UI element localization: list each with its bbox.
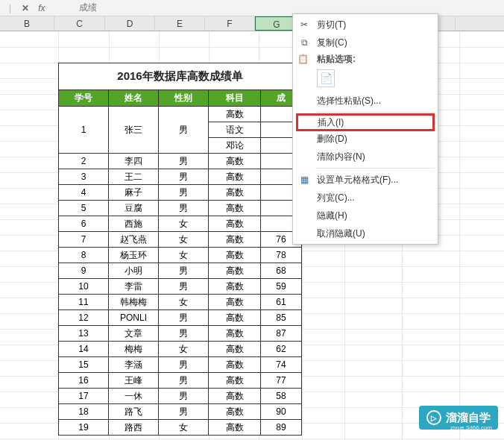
cell-xingbie[interactable]: 男 (159, 107, 209, 154)
cell-kemu[interactable]: 高数 (209, 389, 261, 404)
cell-xuehao[interactable]: 6 (59, 216, 109, 232)
cell-xingming[interactable]: 豆腐 (109, 201, 159, 216)
column-header-E[interactable]: E (155, 16, 205, 31)
cell-xingming[interactable]: 梅梅 (109, 342, 159, 357)
menu-cut[interactable]: ✂ 剪切(T) (293, 16, 438, 34)
cell-xingming[interactable]: 麻子 (109, 185, 159, 201)
cell-chengji[interactable]: 58 (261, 389, 302, 404)
column-header-D[interactable]: D (105, 16, 155, 31)
cell-kemu[interactable]: 高数 (209, 107, 261, 122)
cell-xingbie[interactable]: 男 (159, 326, 209, 342)
cancel-icon[interactable]: ✕ (22, 3, 29, 13)
menu-insert[interactable]: 插入(I) (296, 113, 435, 131)
cell-kemu[interactable]: 高数 (209, 404, 261, 420)
cell-kemu[interactable]: 高数 (209, 154, 261, 169)
cell-kemu[interactable]: 高数 (209, 357, 261, 373)
cell-xuehao[interactable]: 17 (59, 389, 109, 404)
cell-chengji[interactable]: 68 (261, 263, 302, 279)
cell-xingbie[interactable]: 男 (159, 357, 209, 373)
cell-chengji[interactable]: 77 (261, 373, 302, 389)
cell-xingbie[interactable]: 男 (159, 185, 209, 201)
cell-xingming[interactable]: 李涵 (109, 357, 159, 373)
cell-kemu[interactable]: 高数 (209, 248, 261, 263)
cell-kemu[interactable]: 高数 (209, 295, 261, 310)
cell-xingbie[interactable]: 男 (159, 154, 209, 169)
cell-kemu[interactable]: 高数 (209, 232, 261, 248)
cell-kemu[interactable]: 高数 (209, 420, 261, 436)
cell-xingbie[interactable]: 女 (159, 216, 209, 232)
cell-xingming[interactable]: PONLI (109, 310, 159, 326)
cell-chengji[interactable]: 74 (261, 357, 302, 373)
cell-kemu[interactable]: 高数 (209, 185, 261, 201)
cell-xingbie[interactable]: 男 (159, 373, 209, 389)
cell-xingming[interactable]: 小明 (109, 263, 159, 279)
menu-unhide[interactable]: 取消隐藏(U) (293, 224, 438, 242)
cell-chengji[interactable]: 90 (261, 404, 302, 420)
menu-clear-contents[interactable]: 清除内容(N) (293, 148, 438, 166)
cell-xingbie[interactable]: 女 (159, 420, 209, 436)
cell-chengji[interactable]: 85 (261, 310, 302, 326)
cell-chengji[interactable]: 62 (261, 342, 302, 357)
cell-kemu[interactable]: 高数 (209, 310, 261, 326)
cell-xingbie[interactable]: 男 (159, 169, 209, 185)
cell-xuehao[interactable]: 18 (59, 404, 109, 420)
cell-kemu[interactable]: 高数 (209, 326, 261, 342)
cell-xingming[interactable]: 王峰 (109, 373, 159, 389)
cell-xuehao[interactable]: 3 (59, 169, 109, 185)
cell-xuehao[interactable]: 2 (59, 154, 109, 169)
cell-xingbie[interactable]: 男 (159, 389, 209, 404)
cell-xuehao[interactable]: 16 (59, 373, 109, 389)
menu-copy[interactable]: ⧉ 复制(C) (293, 34, 438, 51)
cell-xuehao[interactable]: 10 (59, 279, 109, 295)
cell-xuehao[interactable]: 8 (59, 248, 109, 263)
cell-xingbie[interactable]: 男 (159, 279, 209, 295)
cell-xuehao[interactable]: 12 (59, 310, 109, 326)
cell-xuehao[interactable]: 4 (59, 185, 109, 201)
cell-kemu[interactable]: 高数 (209, 373, 261, 389)
cell-chengji[interactable]: 78 (261, 248, 302, 263)
cell-kemu[interactable]: 邓论 (209, 138, 261, 154)
cell-xingbie[interactable]: 女 (159, 295, 209, 310)
cell-kemu[interactable]: 高数 (209, 279, 261, 295)
menu-delete[interactable]: 删除(D) (293, 130, 438, 148)
cell-xingming[interactable]: 路飞 (109, 404, 159, 420)
cell-xingbie[interactable]: 女 (159, 232, 209, 248)
cell-xuehao[interactable]: 11 (59, 295, 109, 310)
cell-xingbie[interactable]: 男 (159, 404, 209, 420)
cell-xuehao[interactable]: 9 (59, 263, 109, 279)
cell-xingming[interactable]: 路西 (109, 420, 159, 436)
cell-xingming[interactable]: 杨玉环 (109, 248, 159, 263)
cell-kemu[interactable]: 高数 (209, 169, 261, 185)
cell-xingming[interactable]: 王二 (109, 169, 159, 185)
cell-xuehao[interactable]: 15 (59, 357, 109, 373)
cell-xingming[interactable]: 西施 (109, 216, 159, 232)
cell-xingbie[interactable]: 女 (159, 342, 209, 357)
cell-xingming[interactable]: 文章 (109, 326, 159, 342)
cell-kemu[interactable]: 语文 (209, 122, 261, 138)
cell-xingming[interactable]: 一休 (109, 389, 159, 404)
cell-chengji[interactable]: 61 (261, 295, 302, 310)
cell-xingbie[interactable]: 男 (159, 263, 209, 279)
cell-xingbie[interactable]: 男 (159, 310, 209, 326)
formula-value[interactable]: 成绩 (79, 1, 97, 14)
column-header-C[interactable]: C (54, 16, 105, 31)
cell-kemu[interactable]: 高数 (209, 201, 261, 216)
cell-xingming[interactable]: 李雷 (109, 279, 159, 295)
menu-column-width[interactable]: 列宽(C)... (293, 189, 438, 207)
column-header-B[interactable]: B (0, 16, 54, 31)
menu-format-cells[interactable]: ▦ 设置单元格格式(F)... (293, 171, 438, 189)
cell-kemu[interactable]: 高数 (209, 263, 261, 279)
column-header-F[interactable]: F (205, 16, 255, 31)
cell-xingming[interactable]: 张三 (109, 107, 159, 154)
cell-xingming[interactable]: 赵飞燕 (109, 232, 159, 248)
cell-xingming[interactable]: 韩梅梅 (109, 295, 159, 310)
cell-chengji[interactable]: 59 (261, 279, 302, 295)
cell-xuehao[interactable]: 1 (59, 107, 109, 154)
menu-paste-special[interactable]: 选择性粘贴(S)... (293, 92, 438, 110)
cell-chengji[interactable]: 89 (261, 420, 302, 436)
cell-xuehao[interactable]: 14 (59, 342, 109, 357)
cell-xuehao[interactable]: 13 (59, 326, 109, 342)
cell-xuehao[interactable]: 5 (59, 201, 109, 216)
cell-xuehao[interactable]: 7 (59, 232, 109, 248)
cell-xingming[interactable]: 李四 (109, 154, 159, 169)
